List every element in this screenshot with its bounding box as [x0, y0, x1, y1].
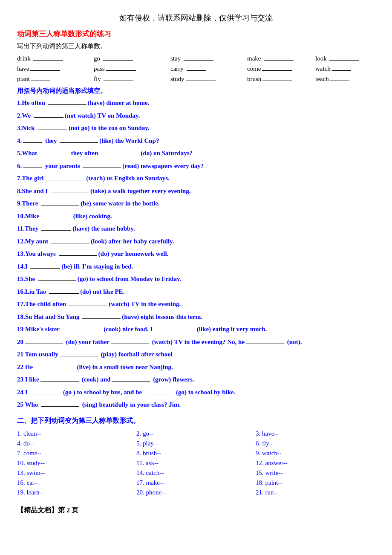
word-carry: carry [170, 64, 247, 72]
exercise-19: 19 Mike's sister (cook) nice food. I (li… [17, 324, 375, 335]
word-list-cell: 8. brush-- [136, 448, 256, 458]
section1-title: 写出下列动词的第三人称单数。 [17, 42, 375, 50]
word-row-3: plant fly study brush teach [17, 74, 375, 83]
word-have: have [17, 64, 94, 72]
exercise-14: 14.I (be) ill. I'm staying in bed. [17, 261, 375, 272]
word-watch: watch [315, 64, 352, 72]
exercise-24: 24 I (go ) to school by bus, and he (go)… [17, 387, 375, 398]
word-list-cell: 1. clean-- [17, 429, 136, 439]
word-go: go [94, 54, 170, 62]
exercise-15: 15.She (go) to school from Monday to Fri… [17, 274, 375, 285]
word-list-cell: 14. catch-- [136, 468, 256, 478]
exercise-16: 16.Liu Tao (do) not like PE. [17, 286, 375, 298]
word-rows: drink go stay make look have pass carry … [17, 54, 375, 83]
exercise-9: 9.There (be) some water in the bottle. [17, 198, 375, 209]
exercise-11: 11.They (have) the same hobby. [17, 223, 375, 234]
exercises-list: 1.He often (have) dinner at home. 2.We (… [17, 98, 375, 410]
word-list-cell: 19. learn-- [17, 488, 136, 497]
word-list-cell: 17. make-- [136, 478, 256, 488]
exercise-6: 6. your parents (read) newspapers every … [17, 161, 375, 172]
word-list-cell: 21. run-- [256, 488, 375, 497]
word-list-cell: 13. swim-- [17, 468, 136, 478]
section2-title: 用括号内动词的适当形式填空。 [17, 87, 375, 95]
word-stay: stay [170, 54, 247, 62]
word-list-cell: 4. do-- [17, 439, 136, 448]
word-list-row-1: 1. clean-- 2. go-- 3. have-- [17, 429, 375, 439]
word-look: look [315, 54, 360, 62]
exercise-8: 8.She and I (take) a walk together every… [17, 186, 375, 197]
exercise-10: 10.Mike (like) cooking. [17, 211, 375, 222]
word-list-cell: 20. phone-- [136, 488, 256, 497]
word-list-cell: 6. fly-- [256, 439, 375, 448]
header-notice: 如有侵权，请联系网站删除，仅供学习与交流 [17, 13, 375, 23]
word-pass: pass [94, 64, 170, 72]
exercise-12: 12.My aunt (look) after her baby careful… [17, 236, 375, 247]
exercise-21: 21 Tom usually (play) football after sch… [17, 349, 375, 360]
word-list-cell: 12. answer-- [256, 458, 375, 468]
exercise-4: 4. they (like) the World Cup? [17, 136, 375, 147]
exercise-18: 18.Su Hai and Su Yang (have) eight lesso… [17, 312, 375, 323]
exercise-25: 25 Who (sing) beautifully in your class?… [17, 399, 375, 410]
word-come: come [247, 64, 315, 72]
word-list-cell: 7. come-- [17, 448, 136, 458]
word-plant: plant [17, 74, 94, 83]
word-list-cell: 11. ask-- [136, 458, 256, 468]
word-list-cell: 16. eat-- [17, 478, 136, 488]
exercise-7: 7.The girl (teach) us English on Sundays… [17, 173, 375, 184]
exercise-17: 17.The child often (watch) TV in the eve… [17, 299, 375, 310]
word-list-cell: 18. paint-- [256, 478, 375, 488]
word-list-cell: 5. play-- [136, 439, 256, 448]
word-list-row-4: 10. study-- 11. ask-- 12. answer-- [17, 458, 375, 468]
exercise-2: 2.We (not watch) TV on Monday. [17, 110, 375, 121]
exercise-5: 5.What they often (do) on Saturdays? [17, 148, 375, 159]
word-list-row-6: 16. eat-- 17. make-- 18. paint-- [17, 478, 375, 488]
exercise-1: 1.He often (have) dinner at home. [17, 98, 375, 109]
word-list-cell: 10. study-- [17, 458, 136, 468]
word-brush: brush [247, 74, 315, 83]
word-list-cell: 9. watch-- [256, 448, 375, 458]
exercise-13: 13.You always (do) your homework well. [17, 249, 375, 260]
exercise-23: 23 I like (cook) and (grow) flowers. [17, 374, 375, 385]
word-list-row-7: 19. learn-- 20. phone-- 21. run-- [17, 488, 375, 497]
word-row-2: have pass carry come watch [17, 64, 375, 72]
word-list-row-3: 7. come-- 8. brush-- 9. watch-- [17, 448, 375, 458]
exercise-3: 3.Nick (not go) to the zoo on Sunday. [17, 123, 375, 134]
section3-title: 二、把下列动词变为第三人称单数形式。 [17, 416, 375, 425]
word-list-cell: 2. go-- [136, 429, 256, 439]
main-title: 动词第三人称单数形式的练习 [17, 29, 375, 39]
word-list-table: 1. clean-- 2. go-- 3. have-- 4. do-- 5. … [17, 429, 375, 497]
word-fly: fly [94, 74, 170, 83]
word-list-cell: 15. write-- [256, 468, 375, 478]
word-list: 1. clean-- 2. go-- 3. have-- 4. do-- 5. … [17, 429, 375, 497]
word-drink: drink [17, 54, 94, 62]
exercise-22: 22 He (live) in a small town near Nanjin… [17, 362, 375, 373]
footer: 【精品文档】第 2 页 [17, 506, 375, 515]
word-list-row-5: 13. swim-- 14. catch-- 15. write-- [17, 468, 375, 478]
word-teach: teach [315, 74, 351, 83]
word-study: study [170, 74, 247, 83]
word-list-cell: 3. have-- [256, 429, 375, 439]
exercise-20: 20 (do) your father (watch) TV in the ev… [17, 337, 375, 348]
word-make: make [247, 54, 315, 62]
word-list-row-2: 4. do-- 5. play-- 6. fly-- [17, 439, 375, 448]
word-row-1: drink go stay make look [17, 54, 375, 62]
